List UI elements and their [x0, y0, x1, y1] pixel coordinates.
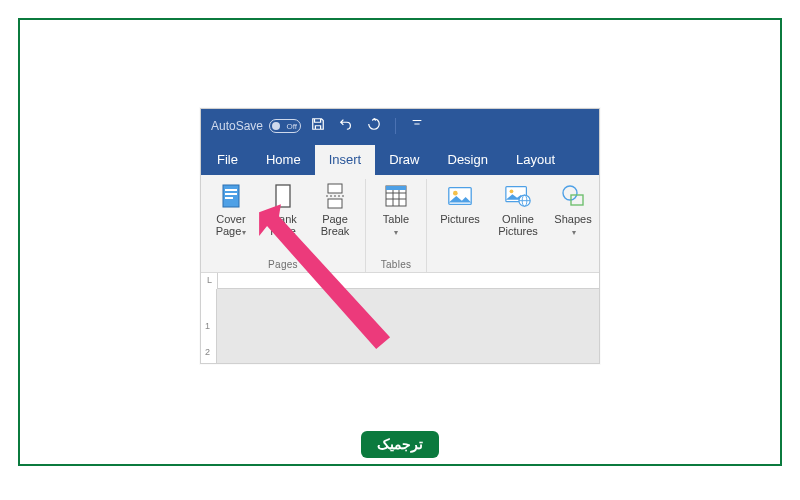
tab-design[interactable]: Design [434, 145, 502, 175]
redo-icon[interactable] [367, 117, 381, 135]
autosave-toggle[interactable]: AutoSave Off [211, 119, 301, 133]
group-tables-label: Tables [381, 257, 412, 270]
document-area[interactable]: L 1 2 [201, 273, 599, 363]
table-label: Table▾ [383, 213, 409, 239]
page-break-label: Page Break [321, 213, 350, 237]
svg-rect-3 [225, 197, 233, 199]
group-pages: Cover Page▾ Blank Page Page Break [201, 179, 366, 272]
ribbon-insert: Cover Page▾ Blank Page Page Break [201, 175, 599, 273]
outer-frame: AutoSave Off [18, 18, 782, 466]
qat-separator [395, 118, 396, 134]
customize-qat-icon[interactable] [410, 117, 424, 135]
quick-access-toolbar [311, 117, 424, 135]
tab-draw[interactable]: Draw [375, 145, 433, 175]
pictures-button[interactable]: Pictures [433, 179, 487, 239]
group-tables: Table▾ Tables [366, 179, 427, 272]
online-pictures-label: Online Pictures [498, 213, 538, 237]
autosave-label: AutoSave [211, 119, 263, 133]
svg-point-17 [510, 189, 514, 193]
group-illustrations-label [530, 257, 533, 270]
blank-page-button[interactable]: Blank Page [259, 179, 307, 239]
svg-point-21 [563, 186, 577, 200]
cover-page-button[interactable]: Cover Page▾ [207, 179, 255, 239]
save-icon[interactable] [311, 117, 325, 135]
svg-rect-6 [328, 199, 342, 208]
title-bar: AutoSave Off [201, 109, 599, 143]
blank-page-label: Blank Page [269, 213, 297, 237]
vertical-ruler[interactable]: 1 2 [201, 289, 217, 363]
undo-icon[interactable] [339, 117, 353, 135]
shapes-button[interactable]: Shapes▾ [549, 179, 597, 239]
page-break-button[interactable]: Page Break [311, 179, 359, 239]
group-illustrations: Pictures Online Pictures Shapes▾ [427, 179, 600, 272]
ribbon-tabs: File Home Insert Draw Design Layout [201, 143, 599, 175]
tab-home[interactable]: Home [252, 145, 315, 175]
svg-point-15 [453, 191, 458, 196]
svg-rect-4 [276, 185, 290, 207]
svg-rect-13 [386, 186, 406, 190]
shapes-label: Shapes▾ [554, 213, 591, 239]
table-button[interactable]: Table▾ [372, 179, 420, 239]
cover-page-icon [214, 181, 248, 211]
group-pages-label: Pages [268, 257, 298, 270]
table-icon [379, 181, 413, 211]
pictures-label: Pictures [440, 213, 480, 225]
word-screenshot: AutoSave Off [200, 108, 600, 364]
page-break-icon [318, 181, 352, 211]
blank-page-icon [266, 181, 300, 211]
horizontal-ruler[interactable]: L [201, 273, 599, 289]
svg-rect-5 [328, 184, 342, 193]
pictures-icon [443, 181, 477, 211]
online-pictures-icon [501, 181, 535, 211]
shapes-icon [556, 181, 590, 211]
svg-rect-2 [225, 193, 237, 195]
tab-layout[interactable]: Layout [502, 145, 569, 175]
tab-file[interactable]: File [203, 145, 252, 175]
brand-badge: ترجمیک [361, 431, 439, 458]
cover-page-label: Cover Page▾ [216, 213, 247, 239]
tab-insert[interactable]: Insert [315, 145, 376, 175]
svg-rect-0 [223, 185, 239, 207]
autosave-switch[interactable]: Off [269, 119, 301, 133]
online-pictures-button[interactable]: Online Pictures [491, 179, 545, 239]
svg-rect-1 [225, 189, 237, 191]
